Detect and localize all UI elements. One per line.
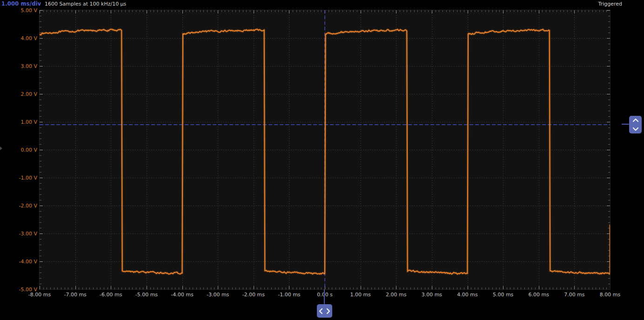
x-tick-label: 3.00 ms: [422, 292, 442, 298]
trigger-level-widget[interactable]: [629, 116, 642, 133]
y-tick-label: -2.00 V: [0, 203, 37, 209]
x-tick-label: -1.00 ms: [278, 292, 300, 298]
trigger-level-down-button[interactable]: [632, 125, 639, 133]
chevron-left-icon: [319, 308, 323, 314]
x-tick-label: -4.00 ms: [171, 292, 193, 298]
trigger-position-left-button[interactable]: [317, 304, 325, 318]
x-tick-label: 0.00 s: [317, 292, 333, 298]
timebase-readout: 1.000 ms/div: [1, 0, 41, 7]
waveform-canvas: [40, 10, 610, 289]
x-tick-label: 8.00 ms: [600, 292, 620, 298]
x-tick-label: 5.00 ms: [493, 292, 513, 298]
plot-area[interactable]: [40, 10, 610, 289]
y-tick-label: 1.00 V: [0, 119, 37, 125]
chevron-up-icon: [632, 118, 639, 122]
y-tick-label: 4.00 V: [0, 35, 37, 41]
acquisition-readout: 1600 Samples at 100 kHz/10 µs: [45, 1, 126, 7]
x-tick-label: -2.00 ms: [242, 292, 265, 298]
chevron-down-icon: [632, 127, 639, 131]
x-tick-label: -3.00 ms: [207, 292, 229, 298]
trigger-position-right-button[interactable]: [325, 304, 333, 318]
y-tick-label: -4.00 V: [0, 259, 37, 265]
y-tick-label: -3.00 V: [0, 231, 37, 237]
x-tick-label: -6.00 ms: [100, 292, 122, 298]
y-tick-label: 0.00 V: [0, 147, 37, 153]
x-tick-label: 1.00 ms: [350, 292, 370, 298]
x-tick-label: 6.00 ms: [529, 292, 549, 298]
trigger-position-connector: [324, 289, 325, 304]
y-tick-label: 2.00 V: [0, 91, 37, 97]
x-tick-label: 2.00 ms: [386, 292, 406, 298]
x-tick-label: 4.00 ms: [457, 292, 477, 298]
trigger-level-connector: [622, 124, 629, 125]
x-tick-label: -5.00 ms: [135, 292, 158, 298]
y-tick-label: -1.00 V: [0, 175, 37, 181]
trigger-position-widget[interactable]: [317, 304, 332, 318]
x-tick-label: 7.00 ms: [564, 292, 584, 298]
y-tick-label: 5.00 V: [0, 7, 37, 13]
x-tick-label: -8.00 ms: [28, 292, 51, 298]
channel-offset-marker[interactable]: [0, 147, 2, 150]
chevron-right-icon: [326, 308, 330, 314]
oscilloscope-screen: 1.000 ms/div 1600 Samples at 100 kHz/10 …: [0, 0, 644, 320]
y-tick-label: 3.00 V: [0, 63, 37, 69]
trigger-level-up-button[interactable]: [632, 116, 639, 125]
trigger-status-label: Triggered: [598, 1, 622, 7]
x-tick-label: -7.00 ms: [64, 292, 86, 298]
